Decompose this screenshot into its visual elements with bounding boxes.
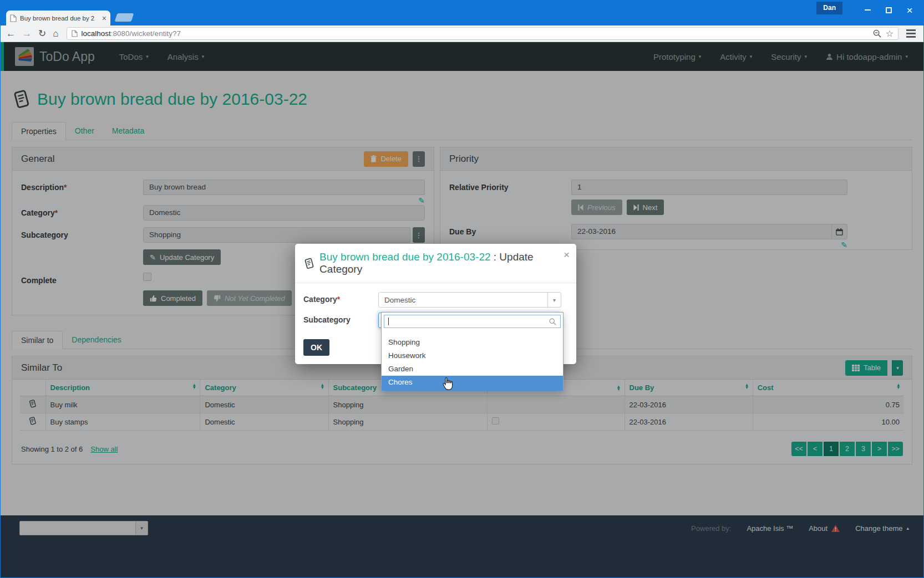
new-tab-button[interactable]	[115, 13, 134, 22]
close-button[interactable]: ×	[899, 3, 920, 17]
modal-category-value: Domestic	[379, 296, 547, 304]
url-host: localhost	[82, 29, 111, 38]
option-garden[interactable]: Garden	[382, 362, 563, 376]
modal-subcategory-label: Subcategory	[303, 313, 378, 328]
ok-button[interactable]: OK	[303, 339, 329, 356]
bookmark-star-icon[interactable]: ☆	[886, 29, 893, 38]
maximize-icon	[886, 7, 892, 13]
titlebar: Buy brown bread due by 2 × Dan ×	[1, 1, 923, 25]
forward-icon[interactable]: →	[22, 29, 32, 38]
back-icon[interactable]: ←	[6, 29, 16, 38]
modal-category-select[interactable]: Domestic ▾	[378, 292, 561, 308]
menu-icon[interactable]	[906, 29, 918, 38]
subcategory-dropdown: Shopping Housework Garden Chores	[381, 312, 563, 391]
page-viewport: ToDo App ToDos▾ Analysis▾ Prototyping▾ A…	[1, 42, 923, 577]
dropdown-search-input[interactable]	[384, 315, 561, 328]
reload-icon[interactable]: ↻	[38, 29, 46, 38]
search-icon	[549, 318, 556, 325]
page-icon	[72, 30, 78, 37]
page-favicon	[10, 14, 17, 22]
tab-title: Buy brown bread due by 2	[20, 15, 99, 22]
mouse-cursor	[441, 377, 453, 391]
caret-down-icon[interactable]: ▾	[547, 293, 561, 307]
address-bar[interactable]: localhost:8080/wicket/entity?7 ☆	[67, 27, 898, 40]
url-path: :8080/wicket/entity?7	[111, 29, 181, 38]
close-icon: ×	[906, 5, 912, 16]
zoom-icon[interactable]	[873, 29, 881, 38]
profile-badge[interactable]: Dan	[816, 2, 842, 14]
todo-item-icon	[303, 258, 314, 269]
text-cursor	[388, 318, 389, 325]
minimize-icon	[865, 9, 871, 11]
browser-window: Buy brown bread due by 2 × Dan × ← → ↻ ⌂…	[0, 0, 924, 578]
modal-close-icon[interactable]: ×	[563, 249, 570, 260]
modal-category-label: Category*	[303, 292, 378, 308]
minimize-button[interactable]	[857, 3, 878, 17]
option-housework[interactable]: Housework	[382, 349, 563, 362]
dropdown-options: Shopping Housework Garden Chores	[382, 336, 563, 389]
modal-title: Buy brown bread due by 2016-03-22 : Upda…	[319, 251, 568, 275]
home-icon[interactable]: ⌂	[53, 29, 58, 38]
option-chores[interactable]: Chores	[382, 376, 563, 389]
tab-close-icon[interactable]: ×	[102, 14, 106, 22]
option-shopping[interactable]: Shopping	[382, 336, 563, 349]
browser-tab[interactable]: Buy brown bread due by 2 ×	[6, 11, 110, 25]
browser-toolbar: ← → ↻ ⌂ localhost:8080/wicket/entity?7 ☆	[1, 25, 923, 42]
maximize-button[interactable]	[878, 3, 899, 17]
